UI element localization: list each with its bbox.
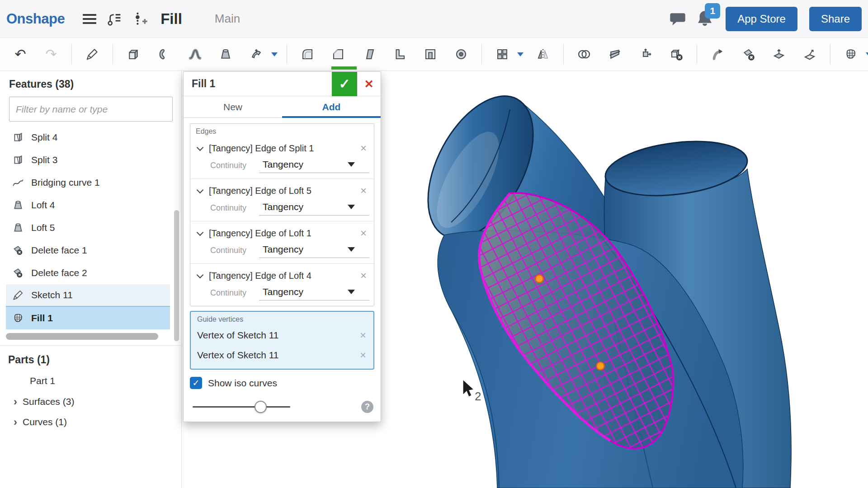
edges-label: Edges bbox=[190, 124, 374, 136]
main-menu-icon[interactable] bbox=[83, 14, 96, 24]
guide-vertex-marker[interactable] bbox=[597, 362, 604, 370]
boolean-icon[interactable] bbox=[574, 41, 594, 67]
undo-icon[interactable]: ↶ bbox=[10, 41, 31, 67]
confirm-button[interactable]: ✓ bbox=[332, 72, 357, 96]
remove-edge-button[interactable]: × bbox=[358, 269, 369, 282]
sweep-icon[interactable] bbox=[184, 41, 205, 67]
feature-row-loft-4[interactable]: Loft 4 bbox=[6, 194, 170, 216]
share-button[interactable]: Share bbox=[809, 7, 862, 31]
replace-face-icon[interactable] bbox=[769, 41, 789, 67]
offset-surface-icon[interactable] bbox=[799, 41, 820, 67]
edge-label[interactable]: [Tangency] Edge of Loft 5 bbox=[209, 186, 358, 196]
dialog-title: Fill 1 bbox=[192, 78, 332, 90]
split-icon[interactable] bbox=[604, 41, 625, 67]
versions-icon[interactable] bbox=[106, 11, 123, 27]
feature-row-split-4[interactable]: Split 4 bbox=[6, 126, 170, 149]
guide-vertex-row[interactable]: Vertex of Sketch 11 × bbox=[195, 325, 369, 345]
features-panel-title: Features (38) bbox=[9, 78, 181, 90]
feature-row-split-3[interactable]: Split 3 bbox=[6, 149, 170, 171]
pattern-dropdown-caret[interactable] bbox=[517, 52, 524, 56]
feature-row-delete-face-1[interactable]: Delete face 1 bbox=[6, 239, 170, 262]
chevron-down-icon[interactable] bbox=[197, 144, 204, 151]
fill-feature-dialog: Fill 1 ✓ × New Add Edges [Tangency] Edge… bbox=[183, 71, 381, 422]
chevron-down-icon[interactable] bbox=[197, 229, 204, 236]
hole-icon[interactable] bbox=[451, 41, 472, 67]
cursor-count-badge: 2 bbox=[475, 389, 481, 403]
delete-face-icon[interactable] bbox=[738, 41, 759, 67]
feature-row-loft-5[interactable]: Loft 5 bbox=[6, 216, 170, 239]
move-face-icon[interactable] bbox=[707, 41, 728, 67]
remove-vertex-button[interactable]: × bbox=[357, 349, 369, 361]
part-row-part-1[interactable]: Part 1 bbox=[0, 371, 181, 391]
chevron-right-icon[interactable]: › bbox=[14, 395, 17, 408]
sketch-icon bbox=[11, 288, 25, 302]
feature-row-bridging-curve-1[interactable]: Bridging curve 1 bbox=[6, 171, 170, 194]
help-icon[interactable]: ? bbox=[361, 401, 373, 413]
notification-count-badge[interactable]: 1 bbox=[705, 3, 720, 19]
notifications-bell[interactable]: 1 bbox=[696, 9, 714, 29]
topbar-actions: 1 App Store Share bbox=[660, 7, 862, 31]
fill-dropdown-caret[interactable] bbox=[866, 52, 868, 56]
redo-icon[interactable]: ↷ bbox=[41, 41, 61, 67]
mirror-icon[interactable] bbox=[533, 41, 553, 67]
cancel-button[interactable]: × bbox=[357, 72, 381, 96]
fillet-icon[interactable] bbox=[297, 41, 318, 67]
continuity-dropdown[interactable]: Tangency bbox=[259, 159, 369, 173]
feature-toolbar: ↶ ↷ bbox=[0, 38, 868, 71]
extrude-icon[interactable] bbox=[123, 41, 144, 67]
remove-edge-button[interactable]: × bbox=[358, 184, 369, 197]
feature-row-fill-1[interactable]: Fill 1 bbox=[6, 307, 170, 329]
comments-icon[interactable] bbox=[670, 11, 686, 27]
slider-track[interactable] bbox=[193, 406, 290, 408]
continuity-dropdown[interactable]: Tangency bbox=[259, 202, 369, 216]
chamfer-icon[interactable] bbox=[328, 41, 349, 67]
tree-row-curves[interactable]: › Curves (1) bbox=[0, 412, 181, 432]
sketch-icon[interactable] bbox=[82, 41, 103, 67]
slider-knob[interactable] bbox=[255, 401, 267, 413]
checkmark-icon: ✓ bbox=[339, 76, 350, 92]
remove-vertex-button[interactable]: × bbox=[357, 329, 369, 342]
remove-edge-button[interactable]: × bbox=[358, 142, 369, 155]
rib-icon[interactable] bbox=[389, 41, 410, 67]
feature-row-sketch-11[interactable]: Sketch 11 bbox=[6, 284, 170, 307]
continuity-dropdown[interactable]: Tangency bbox=[259, 286, 369, 300]
draft-icon[interactable] bbox=[359, 41, 379, 67]
workspace-tab-main[interactable]: Main bbox=[215, 12, 240, 26]
delete-part-icon[interactable] bbox=[666, 41, 687, 67]
iso-curves-checkbox[interactable]: ✓ bbox=[190, 377, 202, 389]
fill-icon[interactable] bbox=[840, 41, 861, 67]
delete-face-icon bbox=[11, 244, 25, 257]
app-store-button[interactable]: App Store bbox=[726, 7, 797, 31]
thicken-icon[interactable] bbox=[246, 41, 267, 67]
guide-vertex-marker[interactable] bbox=[536, 275, 543, 283]
chevron-right-icon[interactable]: › bbox=[14, 416, 17, 428]
show-iso-curves-row[interactable]: ✓ Show iso curves bbox=[190, 377, 374, 389]
remove-edge-button[interactable]: × bbox=[358, 227, 369, 239]
edge-label[interactable]: [Tangency] Edge of Loft 1 bbox=[209, 228, 358, 239]
shell-icon[interactable] bbox=[420, 41, 441, 67]
feature-row-delete-face-2[interactable]: Delete face 2 bbox=[6, 262, 170, 284]
chevron-down-icon[interactable] bbox=[197, 186, 204, 193]
guide-vertex-row[interactable]: Vertex of Sketch 11 × bbox=[195, 345, 369, 365]
continuity-dropdown[interactable]: Tangency bbox=[259, 244, 369, 258]
feature-filter-input[interactable] bbox=[9, 97, 173, 122]
tab-new[interactable]: New bbox=[184, 96, 282, 117]
follow-mode-icon[interactable] bbox=[132, 11, 149, 27]
loft-icon[interactable] bbox=[215, 41, 236, 67]
edge-label[interactable]: [Tangency] Edge of Split 1 bbox=[209, 143, 358, 154]
chevron-down-icon[interactable] bbox=[197, 271, 204, 278]
guide-vertices-label: Guide vertices bbox=[197, 315, 369, 324]
tree-row-surfaces[interactable]: › Surfaces (3) bbox=[0, 391, 181, 412]
linear-pattern-icon[interactable] bbox=[492, 41, 513, 67]
active-tool-indicator bbox=[331, 66, 357, 70]
tab-add[interactable]: Add bbox=[282, 96, 381, 117]
edge-entry: [Tangency] Edge of Loft 1 × Continuity T… bbox=[190, 221, 374, 264]
parts-section-title: Parts (1) bbox=[8, 354, 181, 366]
onshape-logo[interactable]: Onshape bbox=[6, 11, 65, 27]
features-vertical-scrollbar[interactable] bbox=[174, 210, 179, 341]
thicken-dropdown-caret[interactable] bbox=[271, 52, 278, 56]
edge-label[interactable]: [Tangency] Edge of Loft 4 bbox=[209, 271, 358, 281]
features-horizontal-scrollbar[interactable] bbox=[6, 333, 158, 340]
revolve-icon[interactable] bbox=[154, 41, 175, 67]
transform-icon[interactable] bbox=[635, 41, 656, 67]
